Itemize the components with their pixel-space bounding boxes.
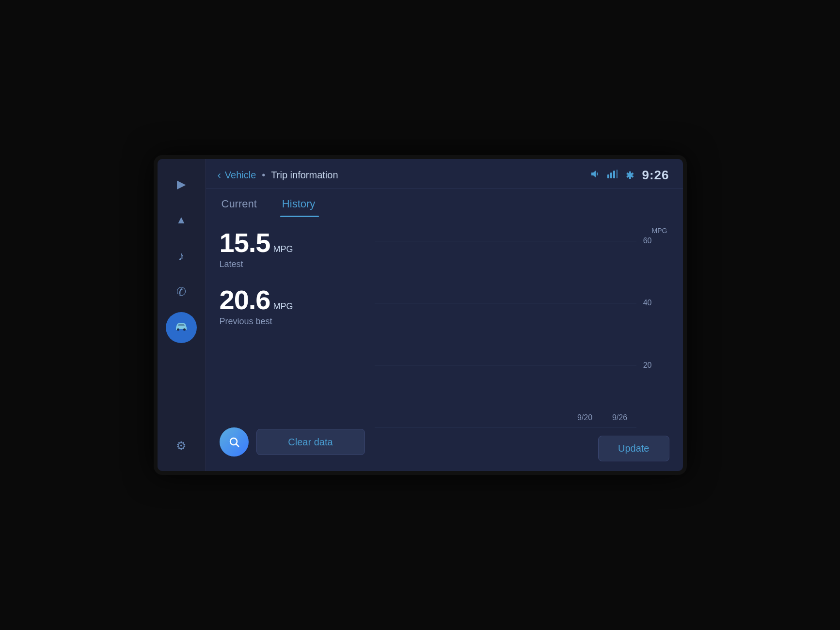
phone-icon: ✆: [176, 285, 186, 299]
update-button[interactable]: Update: [598, 436, 669, 461]
bar-label-9-26: 9/26: [612, 413, 627, 422]
svg-rect-5: [613, 171, 615, 178]
play-icon: ▶: [177, 177, 186, 191]
breadcrumb-separator: •: [262, 170, 265, 181]
nav-icon: ▲: [176, 214, 187, 226]
svg-point-0: [177, 329, 179, 331]
sidebar-item-nav[interactable]: ▲: [166, 205, 197, 236]
sidebar-item-play[interactable]: ▶: [166, 169, 197, 200]
search-button[interactable]: [220, 427, 249, 457]
sidebar-item-settings[interactable]: ⚙: [166, 430, 197, 461]
svg-point-7: [230, 438, 237, 445]
tabs-container: Current History: [206, 192, 683, 217]
content-area: 15.5 MPG Latest 20.6 MPG Previous best: [206, 217, 683, 471]
header-left: ‹ Vehicle • Trip information: [218, 169, 338, 182]
sidebar-item-vehicle[interactable]: [166, 312, 197, 343]
header: ‹ Vehicle • Trip information: [206, 159, 683, 189]
sidebar-item-music[interactable]: ♪: [166, 240, 197, 271]
stats-container: 15.5 MPG Latest 20.6 MPG Previous best: [220, 227, 365, 327]
grid-label-60: 60: [640, 236, 652, 245]
clock-display: 9:26: [642, 168, 669, 183]
svg-rect-4: [610, 173, 612, 178]
svg-line-8: [236, 444, 239, 447]
grid-label-20: 20: [640, 361, 652, 370]
stat-latest: 15.5 MPG Latest: [220, 227, 365, 269]
stat-latest-number: 15.5: [220, 227, 270, 258]
right-panel: MPG 60 40: [375, 227, 669, 461]
chart-y-label: MPG: [375, 227, 669, 235]
stat-latest-label: Latest: [220, 259, 365, 269]
stat-latest-value-row: 15.5 MPG: [220, 227, 365, 258]
settings-icon: ⚙: [176, 439, 187, 453]
stat-prev-best-label: Previous best: [220, 316, 365, 327]
screen: ▶ ▲ ♪ ✆ ⚙: [154, 155, 687, 475]
signal-icon: [607, 170, 618, 181]
bar-group-9-20: 9/20: [571, 410, 600, 422]
main-content: ‹ Vehicle • Trip information: [206, 159, 683, 471]
sidebar: ▶ ▲ ♪ ✆ ⚙: [158, 159, 206, 471]
chart-area: MPG 60 40: [375, 227, 669, 432]
sidebar-item-phone[interactable]: ✆: [166, 276, 197, 307]
clear-data-button[interactable]: Clear data: [256, 429, 365, 455]
music-icon: ♪: [178, 249, 185, 264]
grid-label-40: 40: [640, 299, 652, 307]
grid-rule: [375, 427, 636, 427]
svg-rect-6: [616, 170, 618, 178]
svg-rect-3: [607, 174, 609, 178]
breadcrumb-parent[interactable]: Vehicle: [225, 170, 256, 181]
bar-label-9-20: 9/20: [577, 413, 592, 422]
tab-history[interactable]: History: [280, 192, 329, 217]
stat-latest-unit: MPG: [273, 244, 293, 254]
chart-bottom: Update: [375, 436, 669, 461]
car-icon: [174, 321, 189, 334]
stat-prev-best: 20.6 MPG Previous best: [220, 284, 365, 327]
tab-current[interactable]: Current: [220, 192, 270, 217]
back-button[interactable]: ‹: [218, 169, 221, 182]
breadcrumb-current: Trip information: [271, 170, 338, 181]
bars-wrapper: 9/20 9/26: [571, 236, 634, 422]
bottom-actions: Clear data: [220, 427, 365, 461]
left-panel: 15.5 MPG Latest 20.6 MPG Previous best: [220, 227, 365, 461]
volume-icon: [590, 169, 600, 181]
stat-prev-best-unit: MPG: [273, 301, 293, 312]
grid-line-0: 0: [375, 423, 652, 432]
header-right: ✱ 9:26: [590, 168, 669, 183]
svg-point-1: [183, 329, 186, 331]
bar-group-9-26: 9/26: [605, 410, 634, 422]
stat-prev-best-number: 20.6: [220, 284, 270, 315]
stat-prev-best-value-row: 20.6 MPG: [220, 284, 365, 315]
bluetooth-icon: ✱: [626, 170, 634, 181]
